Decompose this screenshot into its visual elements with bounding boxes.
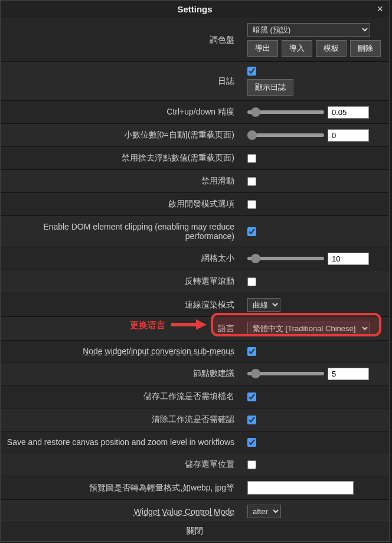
- dev-mode-checkbox[interactable]: [247, 200, 256, 209]
- value-logs: 顯示日誌: [241, 62, 389, 100]
- value-link-render: 曲線: [241, 293, 389, 316]
- label-decimals: 小數位數[0=自動](需重载页面): [1, 124, 241, 146]
- label-dom-clip: Enable DOM element clipping (enabling ma…: [1, 216, 241, 247]
- value-widget-mode: after: [241, 500, 389, 521]
- value-save-menu-pos: [241, 453, 389, 476]
- value-grid: [241, 247, 389, 270]
- disable-slider-checkbox[interactable]: [247, 177, 256, 186]
- invert-scroll-checkbox[interactable]: [247, 277, 256, 286]
- value-language: 繁體中文 [Traditional Chinese]: [241, 317, 389, 340]
- row-save-menu-pos: 儲存選單位置: [1, 453, 389, 476]
- export-button[interactable]: 導出: [247, 40, 278, 57]
- row-logs: 日誌 顯示日誌: [1, 62, 389, 101]
- row-suggestions: 節點數建議: [1, 362, 389, 385]
- close-button[interactable]: 關閉: [1, 521, 389, 541]
- label-disable-slider: 禁用滑動: [1, 170, 241, 192]
- row-dev-mode: 啟用開發模式選項: [1, 193, 389, 216]
- value-node-submenus: [241, 341, 389, 362]
- label-precision: Ctrl+up/down 精度: [1, 101, 241, 123]
- value-save-canvas: [241, 431, 389, 453]
- arrow-icon: [171, 319, 207, 330]
- value-clear-confirm: [241, 408, 389, 431]
- row-clear-confirm: 清除工作流是否需確認: [1, 408, 389, 431]
- precision-slider[interactable]: [247, 110, 324, 114]
- value-precision: [241, 101, 389, 123]
- preview-format-input[interactable]: [247, 481, 354, 495]
- label-widget-mode: Widget Value Control Mode: [1, 500, 241, 521]
- row-invert-scroll: 反轉選單滾動: [1, 270, 389, 293]
- value-decimals: [241, 124, 389, 146]
- value-suggestions: [241, 362, 389, 385]
- show-logs-button[interactable]: 顯示日誌: [247, 79, 293, 96]
- grid-input[interactable]: [328, 253, 369, 265]
- row-decimals: 小數位數[0=自動](需重载页面): [1, 124, 389, 147]
- close-icon[interactable]: ×: [377, 3, 383, 15]
- palette-select[interactable]: 暗黑 (預設): [247, 23, 370, 37]
- delete-button[interactable]: 刪除: [350, 40, 381, 57]
- logs-checkbox[interactable]: [247, 67, 256, 76]
- save-prompt-checkbox[interactable]: [247, 392, 256, 401]
- row-grid: 網格太小: [1, 247, 389, 270]
- settings-dialog: Settings × 調色盤 暗黑 (預設) 導出 導入 模板 刪除 日誌 顯示…: [0, 0, 390, 542]
- label-grid: 網格太小: [1, 247, 241, 270]
- save-menu-pos-checkbox[interactable]: [247, 460, 256, 469]
- grid-slider[interactable]: [247, 257, 324, 260]
- dialog-title: Settings: [177, 4, 212, 14]
- save-canvas-checkbox[interactable]: [247, 438, 256, 447]
- row-preview-format: 預覽圖是否轉為輕量格式,如webp, jpg等: [1, 476, 389, 500]
- value-palette: 暗黑 (預設) 導出 導入 模板 刪除: [241, 18, 389, 61]
- label-save-menu-pos: 儲存選單位置: [1, 453, 241, 476]
- label-preview-format: 預覽圖是否轉為輕量格式,如webp, jpg等: [1, 476, 241, 499]
- label-link-render: 連線渲染模式: [1, 293, 241, 316]
- label-clear-confirm: 清除工作流是否需確認: [1, 408, 241, 431]
- decimals-input[interactable]: [328, 129, 369, 142]
- row-precision: Ctrl+up/down 精度: [1, 101, 389, 124]
- decimals-slider[interactable]: [247, 133, 324, 137]
- precision-input[interactable]: [328, 106, 369, 119]
- row-save-canvas: Save and restore canvas position and zoo…: [1, 431, 389, 453]
- label-save-prompt: 儲存工作流是否需填檔名: [1, 385, 241, 408]
- language-select[interactable]: 繁體中文 [Traditional Chinese]: [247, 322, 370, 335]
- svg-marker-1: [196, 319, 207, 330]
- row-disable-round: 禁用捨去浮點數值(需重载页面): [1, 147, 389, 170]
- settings-body[interactable]: 調色盤 暗黑 (預設) 導出 導入 模板 刪除 日誌 顯示日誌 Ctrl+up/…: [1, 18, 389, 521]
- row-palette: 調色盤 暗黑 (預設) 導出 導入 模板 刪除: [1, 18, 389, 62]
- value-preview-format: [241, 476, 389, 499]
- annotation-label: 更换语言: [130, 320, 165, 331]
- clear-confirm-checkbox[interactable]: [247, 416, 256, 424]
- template-button[interactable]: 模板: [316, 40, 347, 57]
- label-disable-round: 禁用捨去浮點數值(需重载页面): [1, 147, 241, 169]
- label-dev-mode: 啟用開發模式選項: [1, 193, 241, 215]
- value-disable-round: [241, 147, 389, 169]
- disable-round-checkbox[interactable]: [247, 154, 256, 163]
- row-dom-clip: Enable DOM element clipping (enabling ma…: [1, 216, 389, 247]
- label-palette: 調色盤: [1, 18, 241, 61]
- label-suggestions: 節點數建議: [1, 362, 241, 385]
- row-save-prompt: 儲存工作流是否需填檔名: [1, 385, 389, 408]
- row-link-render: 連線渲染模式 曲線: [1, 293, 389, 317]
- label-node-submenus: Node widget/input conversion sub-menus: [1, 341, 241, 362]
- dialog-header: Settings ×: [1, 1, 389, 18]
- row-node-submenus: Node widget/input conversion sub-menus: [1, 341, 389, 362]
- dom-clip-checkbox[interactable]: [247, 227, 256, 236]
- svg-rect-0: [171, 323, 196, 326]
- label-logs: 日誌: [1, 62, 241, 100]
- value-invert-scroll: [241, 270, 389, 293]
- node-submenus-checkbox[interactable]: [247, 347, 256, 356]
- value-save-prompt: [241, 385, 389, 408]
- suggestions-input[interactable]: [328, 368, 369, 380]
- import-button[interactable]: 導入: [282, 40, 312, 57]
- suggestions-slider[interactable]: [247, 372, 324, 375]
- widget-mode-select[interactable]: after: [247, 505, 281, 518]
- row-widget-mode: Widget Value Control Mode after: [1, 500, 389, 521]
- value-dev-mode: [241, 193, 389, 215]
- value-disable-slider: [241, 170, 389, 192]
- row-disable-slider: 禁用滑動: [1, 170, 389, 193]
- label-save-canvas: Save and restore canvas position and zoo…: [1, 431, 241, 453]
- link-render-select[interactable]: 曲線: [247, 298, 280, 312]
- label-invert-scroll: 反轉選單滾動: [1, 270, 241, 293]
- value-dom-clip: [241, 216, 389, 247]
- palette-buttons: 導出 導入 模板 刪除: [247, 40, 381, 57]
